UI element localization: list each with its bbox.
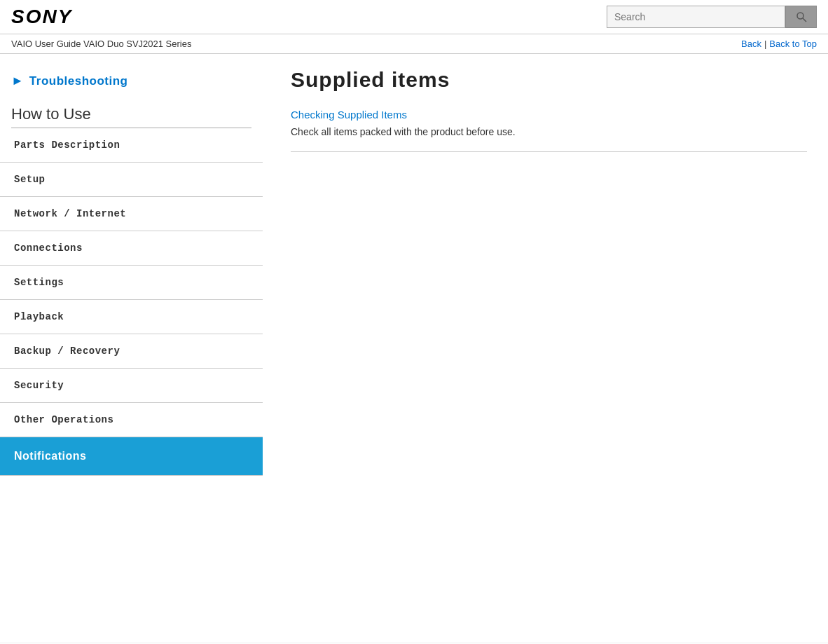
- how-to-use-section: How to Use: [0, 100, 263, 128]
- back-to-top-link[interactable]: Back to Top: [769, 39, 817, 49]
- sidebar-item-notifications[interactable]: Notifications: [0, 437, 263, 476]
- search-icon: [796, 11, 807, 22]
- sidebar-item-network-internet[interactable]: Network / Internet: [0, 197, 263, 231]
- sidebar-item-playback[interactable]: Playback: [0, 300, 263, 334]
- svg-line-1: [803, 18, 806, 22]
- guide-title: VAIO User Guide VAIO Duo SVJ2021 Series: [11, 39, 191, 49]
- sidebar-item-settings[interactable]: Settings: [0, 266, 263, 300]
- sidebar-item-security[interactable]: Security: [0, 369, 263, 403]
- sidebar: ► Troubleshooting How to Use Parts Descr…: [0, 54, 263, 643]
- logo-area: SONY: [11, 6, 72, 28]
- checking-supplied-items-link[interactable]: Checking Supplied Items: [291, 109, 807, 121]
- sidebar-item-other-operations[interactable]: Other Operations: [0, 403, 263, 437]
- sidebar-item-setup[interactable]: Setup: [0, 163, 263, 197]
- page-heading: Supplied items: [291, 68, 807, 92]
- troubleshooting-label: Troubleshooting: [29, 74, 128, 88]
- header: SONY: [0, 0, 828, 34]
- sidebar-item-connections[interactable]: Connections: [0, 231, 263, 266]
- chevron-right-icon: ►: [11, 74, 24, 88]
- search-input[interactable]: [607, 6, 785, 28]
- sony-logo: SONY: [11, 6, 72, 28]
- subheader: VAIO User Guide VAIO Duo SVJ2021 Series …: [0, 34, 828, 54]
- sidebar-items: Parts DescriptionSetupNetwork / Internet…: [0, 128, 263, 476]
- svg-point-0: [797, 13, 803, 19]
- content-area: Supplied items Checking Supplied Items C…: [263, 54, 828, 643]
- content-divider: [291, 151, 807, 152]
- troubleshooting-header[interactable]: ► Troubleshooting: [0, 68, 263, 100]
- search-button[interactable]: [785, 6, 817, 28]
- sidebar-item-backup-recovery[interactable]: Backup / Recovery: [0, 334, 263, 369]
- nav-separator: |: [764, 39, 766, 49]
- back-link[interactable]: Back: [741, 39, 761, 49]
- sidebar-item-parts-description[interactable]: Parts Description: [0, 128, 263, 163]
- nav-links: Back | Back to Top: [741, 39, 817, 49]
- checking-description: Check all items packed with the product …: [291, 126, 807, 137]
- how-to-use-title: How to Use: [11, 100, 251, 128]
- main-layout: ► Troubleshooting How to Use Parts Descr…: [0, 54, 828, 643]
- search-area: [607, 6, 817, 28]
